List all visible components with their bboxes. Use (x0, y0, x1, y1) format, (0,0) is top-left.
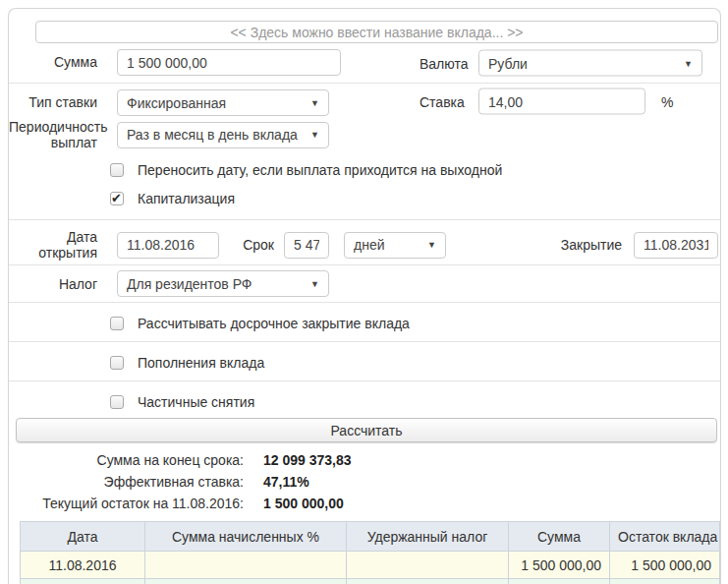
table-row: 11.09.2016 17 786,89 0,00 17 786,89 1 51… (21, 579, 720, 584)
tax-row: Налог Для резидентов РФ ▼ (9, 265, 720, 303)
deposit-calculator-panel: Сумма Валюта Рубли ▼ Тип ставки Фиксиров… (8, 8, 721, 584)
calculate-button[interactable]: Рассчитать (16, 418, 717, 442)
cell-withheld-tax: 0,00 (347, 579, 509, 584)
term-unit-select[interactable]: дней ▼ (344, 232, 446, 259)
table-header-row: Дата Сумма начисленных % Удержанный нало… (21, 522, 720, 552)
result-final-amount: Сумма на конец срока: 12 099 373,83 (9, 449, 720, 471)
term-input[interactable] (284, 232, 329, 259)
capitalization-row: Капитализация (9, 184, 720, 220)
rate-input[interactable] (478, 88, 645, 115)
amount-input[interactable] (117, 49, 341, 76)
rate-type-label: Тип ставки (9, 94, 117, 110)
replenishments-row: Пополнения вклада (9, 342, 720, 381)
chevron-down-icon: ▼ (310, 279, 319, 289)
payout-frequency-select-value: Раз в месяц в день вклада (127, 127, 298, 143)
currency-select[interactable]: Рубли ▼ (478, 50, 702, 77)
withdrawals-label: Частичные снятия (138, 394, 254, 410)
early-close-row: Рассчитывать досрочное закрытие вклада (9, 303, 720, 342)
rate-type-select[interactable]: Фиксированная ▼ (117, 89, 329, 116)
chevron-down-icon: ▼ (427, 240, 436, 250)
tax-label: Налог (9, 276, 117, 292)
cell-accrued-interest (145, 552, 347, 579)
rate-group: Ставка % (420, 88, 673, 115)
currency-group: Валюта Рубли ▼ (420, 50, 702, 77)
currency-label: Валюта (420, 55, 478, 71)
table-row: 11.08.2016 1 500 000,00 1 500 000,00 (21, 552, 720, 579)
rate-type-rate-row: Тип ставки Фиксированная ▼ Ставка % (9, 84, 720, 119)
move-date-row: Переносить дату, если выплата приходится… (9, 154, 720, 184)
move-date-checkbox[interactable] (110, 163, 124, 177)
cell-sum: 17 786,89 (509, 579, 610, 584)
result-value: 47,11% (263, 474, 309, 490)
move-date-label: Переносить дату, если выплата приходится… (138, 162, 502, 178)
cell-deposit-balance: 1 500 000,00 (610, 552, 720, 579)
close-date-group: Закрытие (561, 232, 720, 259)
close-date-label: Закрытие (561, 237, 634, 253)
col-header-date: Дата (21, 522, 145, 552)
amount-currency-row: Сумма Валюта Рубли ▼ (9, 43, 720, 84)
deposit-name-row (9, 9, 720, 43)
chevron-down-icon: ▼ (684, 58, 693, 68)
chevron-down-icon: ▼ (310, 98, 319, 108)
result-label: Сумма на конец срока: (9, 452, 244, 468)
replenishments-label: Пополнения вклада (138, 355, 264, 371)
cell-date: 11.08.2016 (21, 552, 145, 579)
deposit-name-input[interactable] (35, 21, 718, 43)
replenishments-checkbox[interactable] (110, 356, 124, 370)
early-close-checkbox[interactable] (110, 317, 124, 330)
cell-accrued-interest: 17 786,89 (145, 579, 347, 584)
results-summary: Сумма на конец срока: 12 099 373,83 Эффе… (9, 442, 720, 514)
percent-sign: % (661, 93, 673, 109)
result-label: Эффективная ставка: (9, 474, 244, 490)
result-effective-rate: Эффективная ставка: 47,11% (9, 471, 720, 493)
payments-table: Дата Сумма начисленных % Удержанный нало… (20, 521, 720, 584)
col-header-withheld-tax: Удержанный налог (347, 522, 509, 552)
col-header-deposit-balance: Остаток вклада (610, 522, 720, 552)
capitalization-checkbox[interactable] (110, 192, 124, 205)
amount-label: Сумма (9, 54, 117, 70)
capitalization-label: Капитализация (138, 191, 235, 206)
result-value: 1 500 000,00 (263, 496, 344, 511)
rate-type-select-value: Фиксированная (127, 95, 226, 111)
close-date-input[interactable] (634, 232, 718, 259)
cell-withheld-tax (347, 552, 509, 579)
open-date-label: Дата открытия (9, 229, 117, 261)
cell-deposit-balance: 1 517 786,89 (610, 579, 720, 584)
col-header-sum: Сумма (509, 522, 610, 552)
tax-select-value: Для резидентов РФ (127, 276, 252, 292)
payout-frequency-label: Периодичность выплат (9, 119, 117, 150)
payout-frequency-row: Периодичность выплат Раз в месяц в день … (9, 119, 720, 154)
dates-row: Дата открытия Срок дней ▼ Закрытие (9, 220, 720, 265)
cell-sum: 1 500 000,00 (509, 552, 610, 579)
tax-select[interactable]: Для резидентов РФ ▼ (117, 270, 329, 297)
col-header-accrued-interest: Сумма начисленных % (145, 522, 347, 552)
withdrawals-checkbox[interactable] (110, 395, 124, 409)
currency-select-value: Рубли (488, 55, 528, 71)
result-current-balance: Текущий остаток на 11.08.2016: 1 500 000… (9, 493, 720, 514)
term-unit-select-value: дней (354, 237, 385, 253)
rate-label: Ставка (420, 93, 478, 109)
cell-date: 11.09.2016 (21, 579, 145, 584)
open-date-input[interactable] (117, 232, 219, 259)
term-label: Срок (227, 237, 284, 253)
result-label: Текущий остаток на 11.08.2016: (9, 496, 244, 511)
payout-frequency-select[interactable]: Раз в месяц в день вклада ▼ (117, 122, 329, 148)
early-close-label: Рассчитывать досрочное закрытие вклада (138, 316, 410, 331)
chevron-down-icon: ▼ (310, 130, 319, 140)
withdrawals-row: Частичные снятия (9, 381, 720, 416)
result-value: 12 099 373,83 (263, 452, 352, 468)
